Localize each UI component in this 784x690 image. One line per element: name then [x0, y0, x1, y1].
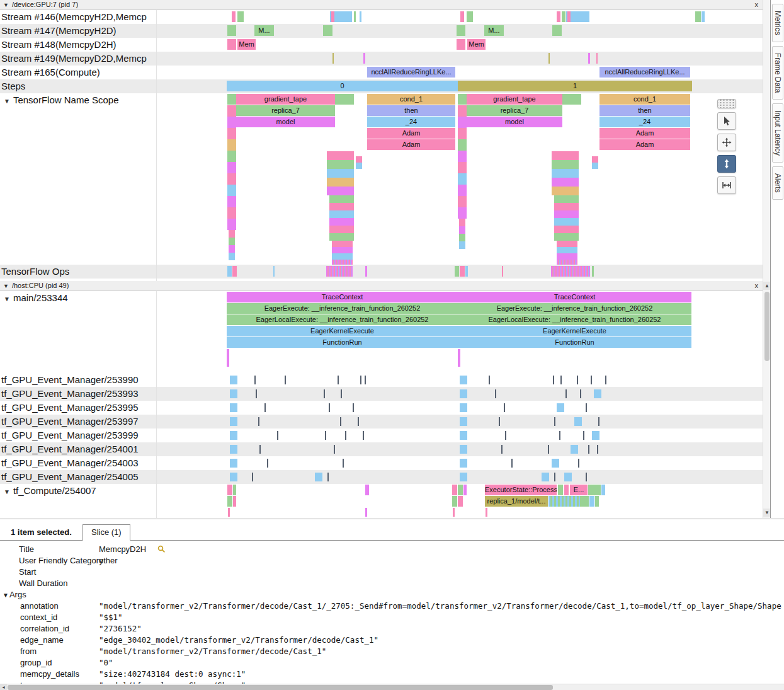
side-tab-input-latency[interactable]: Input Latency [772, 103, 783, 163]
trace-slice[interactable] [327, 178, 354, 187]
trace-slice[interactable] [227, 128, 236, 139]
trace-slice[interactable] [495, 389, 496, 398]
trace-slice[interactable] [325, 431, 326, 440]
trace-slice[interactable] [574, 417, 582, 426]
trace-slice[interactable] [259, 445, 261, 454]
trace-slice[interactable]: 0 [227, 81, 458, 91]
trace-slice[interactable] [499, 417, 500, 426]
trace-slice[interactable] [588, 485, 601, 495]
trace-slice[interactable]: TraceContext [458, 292, 691, 302]
trace-slice[interactable] [277, 431, 278, 440]
trace-slice[interactable] [233, 485, 236, 495]
trace-slice[interactable]: EagerExecute: __inference_train_function… [458, 303, 691, 314]
trace-slice[interactable] [557, 403, 564, 412]
trace-slice[interactable] [460, 431, 467, 440]
trace-slice[interactable] [460, 11, 464, 22]
trace-slice[interactable] [354, 11, 356, 22]
trace-slice[interactable] [230, 376, 237, 384]
trace-slice[interactable] [457, 25, 465, 36]
trace-slice[interactable] [554, 417, 555, 426]
trace-slice[interactable]: cond_1 [367, 94, 455, 105]
trace-slice[interactable] [458, 349, 460, 367]
vertical-scroll-thumb[interactable] [764, 292, 770, 361]
trace-slice[interactable] [592, 266, 594, 277]
trace-slice[interactable]: Adam [599, 139, 690, 150]
trace-slice[interactable]: FunctionRun [227, 337, 458, 348]
trace-slice[interactable] [554, 226, 579, 233]
trace-slice[interactable] [227, 105, 236, 117]
trace-slice[interactable]: gradient_tape [236, 94, 335, 105]
collapse-icon[interactable]: ▼ [3, 2, 9, 8]
trace-slice[interactable]: E... [570, 485, 588, 495]
trace-slice[interactable]: EagerLocalExecute: __inference_train_fun… [227, 314, 458, 325]
trace-slice[interactable] [504, 403, 505, 412]
trace-slice[interactable] [458, 207, 467, 219]
trace-slice[interactable] [256, 389, 257, 398]
trace-slice[interactable]: M... [254, 25, 274, 36]
trace-slice[interactable] [353, 403, 354, 412]
trace-slice[interactable] [356, 163, 362, 169]
trace-slice[interactable] [345, 431, 346, 440]
trace-slice[interactable] [501, 445, 503, 454]
trace-slice[interactable] [232, 266, 237, 277]
trace-slice[interactable] [554, 195, 579, 203]
trace-slice[interactable]: Adam [599, 128, 690, 139]
trace-slice[interactable]: then [367, 105, 455, 116]
trace-slice[interactable] [230, 417, 237, 426]
trace-slice[interactable] [230, 473, 237, 481]
trace-slice[interactable] [465, 266, 468, 277]
trace-slice[interactable] [323, 25, 332, 36]
trace-slice[interactable]: replica_1/model/t... [485, 496, 548, 507]
trace-slice[interactable] [229, 238, 235, 245]
trace-slice[interactable] [227, 496, 232, 507]
trace-slice[interactable] [455, 266, 459, 277]
trace-slice[interactable] [332, 260, 353, 265]
trace-slice[interactable] [548, 53, 550, 64]
trace-slice[interactable] [343, 459, 344, 468]
trace-slice[interactable] [459, 219, 465, 226]
trace-slice[interactable] [552, 178, 579, 187]
trace-slice[interactable] [548, 496, 580, 507]
trace-slice[interactable] [335, 94, 354, 105]
trace-slice[interactable] [562, 11, 565, 22]
trace-slice[interactable] [229, 245, 235, 253]
trace-slice[interactable] [596, 53, 598, 64]
trace-slice[interactable] [489, 376, 490, 384]
trace-slice[interactable] [227, 266, 232, 277]
trace-slice[interactable]: EagerKernelExecute [227, 326, 458, 336]
trace-slice[interactable] [329, 226, 354, 233]
trace-slice[interactable] [542, 473, 549, 481]
trace-slice[interactable] [554, 203, 579, 210]
trace-slice[interactable]: ExecutorState::Process [485, 485, 557, 495]
trace-slice[interactable] [230, 389, 237, 398]
trace-slice[interactable] [334, 445, 335, 454]
trace-slice[interactable] [326, 266, 353, 277]
trace-slice[interactable] [580, 496, 589, 507]
trace-slice[interactable] [230, 431, 237, 440]
trace-slice[interactable] [554, 233, 579, 241]
trace-slice[interactable] [564, 473, 572, 481]
trace-slice[interactable]: Mem [467, 39, 486, 50]
trace-slice[interactable] [254, 376, 256, 384]
trace-slice[interactable] [460, 266, 465, 277]
trace-slice[interactable] [315, 473, 322, 481]
trace-slice[interactable] [327, 169, 354, 178]
drag-handle-icon[interactable] [717, 99, 736, 108]
trace-slice[interactable] [460, 459, 467, 468]
trace-slice[interactable] [458, 94, 467, 105]
trace-slice[interactable] [562, 94, 581, 105]
trace-slice[interactable] [598, 417, 599, 426]
trace-slice[interactable] [227, 196, 236, 207]
trace-slice[interactable] [252, 473, 253, 481]
trace-slice[interactable] [554, 210, 579, 218]
trace-slice[interactable] [557, 241, 577, 247]
trace-slice[interactable] [227, 25, 236, 36]
trace-slice[interactable] [327, 160, 354, 169]
trace-slice[interactable] [467, 11, 473, 22]
trace-slice[interactable]: EagerKernelExecute [458, 326, 691, 336]
trace-slice[interactable] [564, 485, 569, 495]
side-tab-alerts[interactable]: Alerts [772, 166, 783, 200]
trace-slice[interactable] [557, 247, 577, 253]
trace-slice[interactable] [502, 266, 503, 277]
trace-slice[interactable] [228, 508, 230, 517]
